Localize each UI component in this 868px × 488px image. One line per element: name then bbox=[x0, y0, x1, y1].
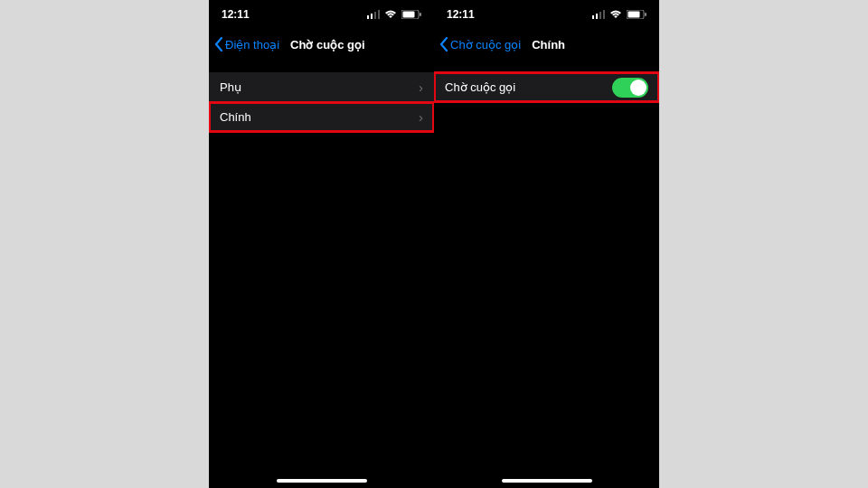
svg-rect-6 bbox=[420, 13, 421, 16]
nav-bar: Chờ cuộc gọi Chính bbox=[434, 29, 659, 60]
svg-rect-13 bbox=[645, 13, 646, 16]
list-item-label: Chính bbox=[220, 110, 251, 124]
chevron-right-icon: › bbox=[419, 80, 423, 95]
home-indicator[interactable] bbox=[277, 479, 367, 483]
back-label: Điện thoại bbox=[225, 38, 279, 52]
wifi-icon bbox=[384, 10, 397, 19]
list-item-phu[interactable]: Phụ › bbox=[209, 72, 434, 102]
list-item-label: Phụ bbox=[220, 80, 241, 94]
back-button[interactable]: Điện thoại bbox=[214, 37, 279, 52]
svg-rect-0 bbox=[367, 15, 369, 19]
list-item-chinh[interactable]: Chính › bbox=[209, 102, 434, 132]
svg-rect-2 bbox=[374, 12, 376, 19]
status-bar: 12:11 bbox=[209, 0, 434, 29]
status-time: 12:11 bbox=[222, 8, 250, 21]
call-waiting-toggle[interactable] bbox=[612, 78, 648, 98]
signal-icon bbox=[367, 10, 380, 19]
settings-list: Chờ cuộc gọi bbox=[434, 60, 659, 102]
page-title: Chính bbox=[532, 38, 565, 52]
svg-rect-7 bbox=[592, 15, 594, 19]
status-icons bbox=[367, 10, 421, 19]
svg-rect-10 bbox=[603, 10, 605, 19]
svg-rect-3 bbox=[378, 10, 380, 19]
chevron-left-icon bbox=[439, 37, 448, 52]
nav-bar: Điện thoại Chờ cuộc gọi bbox=[209, 29, 434, 60]
svg-rect-12 bbox=[628, 12, 640, 18]
status-bar: 12:11 bbox=[434, 0, 659, 29]
back-button[interactable]: Chờ cuộc gọi bbox=[439, 37, 521, 52]
battery-icon bbox=[401, 10, 421, 19]
settings-list: Phụ › Chính › bbox=[209, 60, 434, 132]
battery-icon bbox=[627, 10, 646, 19]
home-indicator[interactable] bbox=[502, 479, 592, 483]
toggle-label: Chờ cuộc gọi bbox=[445, 80, 515, 94]
status-time: 12:11 bbox=[447, 8, 475, 21]
svg-rect-8 bbox=[596, 14, 598, 19]
chevron-right-icon: › bbox=[419, 109, 423, 125]
svg-rect-9 bbox=[599, 12, 601, 19]
wifi-icon bbox=[609, 10, 622, 19]
svg-rect-1 bbox=[371, 14, 373, 19]
back-label: Chờ cuộc gọi bbox=[450, 38, 521, 52]
svg-rect-5 bbox=[403, 12, 415, 18]
toggle-row-call-waiting: Chờ cuộc gọi bbox=[434, 72, 659, 102]
page-title: Chờ cuộc gọi bbox=[290, 38, 365, 52]
chevron-left-icon bbox=[214, 37, 223, 52]
phone-screen-right: 12:11 Chờ cuộc gọi Chính Chờ cuộc gọi bbox=[434, 0, 659, 488]
status-icons bbox=[592, 10, 646, 19]
phone-screen-left: 12:11 Điện thoại Chờ cuộc gọi Phụ › Chín… bbox=[209, 0, 434, 488]
signal-icon bbox=[592, 10, 605, 19]
